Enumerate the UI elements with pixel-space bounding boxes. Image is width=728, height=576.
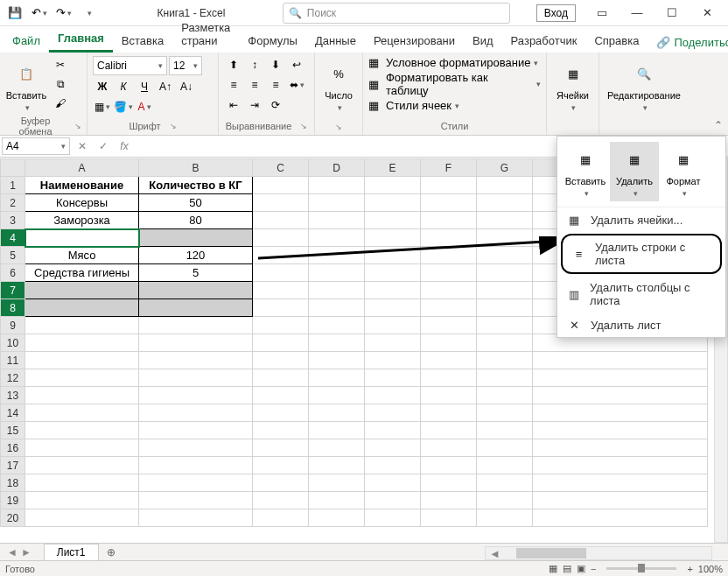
tab-review[interactable]: Рецензировани — [365, 29, 464, 53]
row-header[interactable]: 6 — [1, 264, 25, 282]
horizontal-scrollbar[interactable]: ◄ — [485, 546, 712, 560]
zoom-slider[interactable] — [606, 567, 676, 570]
name-box[interactable]: A4▾ — [2, 137, 70, 155]
row-header[interactable]: 9 — [1, 317, 25, 334]
tab-developer[interactable]: Разработчик — [502, 29, 586, 53]
cell[interactable]: 80 — [139, 212, 253, 229]
col-header-e[interactable]: E — [365, 159, 421, 177]
col-header-g[interactable]: G — [477, 159, 533, 177]
tab-help[interactable]: Справка — [585, 29, 648, 53]
maximize-icon[interactable]: ☐ — [654, 1, 690, 25]
view-pagebreak-icon[interactable]: ▣ — [577, 563, 585, 574]
wrap-text-icon[interactable]: ↩ — [287, 56, 306, 74]
font-dialog-icon[interactable]: ↘ — [170, 122, 177, 130]
login-button[interactable]: Вход — [536, 4, 576, 22]
insert-cells-button[interactable]: ▦ Вставить▾ — [561, 142, 610, 201]
row-header[interactable]: 11 — [1, 352, 25, 369]
zoom-out-icon[interactable]: − — [591, 564, 596, 574]
minimize-icon[interactable]: — — [620, 1, 654, 25]
cell[interactable]: Количество в КГ — [139, 177, 253, 194]
bold-button[interactable]: Ж — [93, 78, 112, 95]
clipboard-dialog-icon[interactable]: ↘ — [74, 122, 81, 130]
row-header[interactable]: 15 — [1, 422, 25, 439]
paste-button[interactable]: 📋 Вставить ▾ — [5, 56, 47, 116]
font-grow-icon[interactable]: A↑ — [156, 78, 175, 95]
merge-icon[interactable]: ⬌▾ — [287, 76, 306, 94]
font-name-combo[interactable]: Calibri▾ — [93, 56, 167, 75]
col-header-b[interactable]: B — [139, 159, 253, 177]
search-box[interactable]: 🔍 Поиск — [283, 3, 510, 24]
ribbon-options-icon[interactable]: ▭ — [584, 1, 620, 25]
cell[interactable] — [25, 299, 139, 317]
row-header[interactable]: 12 — [1, 369, 25, 387]
editing-group-button[interactable]: 🔍 Редактирование ▾ — [605, 56, 683, 116]
row-header[interactable]: 16 — [1, 439, 25, 457]
redo-icon[interactable]: ↷▾ — [52, 3, 75, 24]
cell[interactable]: 50 — [139, 194, 253, 212]
row-header[interactable]: 5 — [1, 247, 25, 264]
align-right-icon[interactable]: ≡ — [266, 76, 285, 94]
format-painter-icon[interactable]: 🖌 — [51, 95, 70, 112]
align-center-icon[interactable]: ≡ — [245, 76, 264, 94]
cells-group-button[interactable]: ▦ Ячейки ▾ — [552, 56, 593, 116]
fill-color-icon[interactable]: 🪣▾ — [114, 98, 133, 116]
enter-formula-icon[interactable]: ✓ — [93, 137, 114, 155]
sheet-tab[interactable]: Лист1 — [44, 544, 99, 560]
align-bottom-icon[interactable]: ⬇ — [266, 56, 285, 74]
orientation-icon[interactable]: ⟳ — [266, 96, 285, 114]
save-icon[interactable]: 💾 — [4, 3, 26, 24]
collapse-ribbon-icon[interactable]: ⌃ — [714, 119, 723, 131]
format-cells-button[interactable]: ▦ Формат▾ — [659, 142, 708, 201]
cut-icon[interactable]: ✂ — [51, 56, 70, 74]
row-header[interactable]: 1 — [1, 177, 25, 194]
cell[interactable]: 5 — [139, 264, 253, 282]
tab-insert[interactable]: Вставка — [113, 29, 172, 53]
tab-view[interactable]: Вид — [464, 29, 502, 53]
cancel-formula-icon[interactable]: ✕ — [72, 137, 93, 155]
menu-delete-cells[interactable]: ▦ Удалить ячейки... — [557, 207, 725, 232]
row-header-selected[interactable]: 4 — [1, 229, 25, 247]
font-shrink-icon[interactable]: A↓ — [177, 78, 196, 95]
row-header[interactable]: 19 — [1, 492, 25, 509]
undo-icon[interactable]: ↶▾ — [28, 3, 51, 24]
row-header[interactable]: 20 — [1, 509, 25, 527]
view-layout-icon[interactable]: ▤ — [563, 563, 571, 574]
row-header[interactable]: 18 — [1, 474, 25, 492]
tab-home[interactable]: Главная — [49, 26, 113, 53]
cell[interactable] — [25, 282, 139, 299]
font-size-combo[interactable]: 12▾ — [169, 56, 202, 75]
sheet-next-icon[interactable]: ► — [21, 546, 32, 558]
new-sheet-icon[interactable]: ⊕ — [102, 546, 120, 558]
alignment-dialog-icon[interactable]: ↘ — [300, 122, 307, 130]
cell[interactable]: Средства гигиены — [25, 264, 139, 282]
menu-delete-columns[interactable]: ▥ Удалить столбцы с листа — [557, 276, 725, 313]
align-top-icon[interactable]: ⬆ — [224, 56, 243, 74]
active-cell[interactable] — [25, 229, 139, 247]
row-header[interactable]: 10 — [1, 334, 25, 352]
col-header-c[interactable]: C — [253, 159, 309, 177]
number-format-button[interactable]: % Число ▾ — [320, 56, 357, 116]
align-middle-icon[interactable]: ↕ — [245, 56, 264, 74]
font-color-icon[interactable]: A▾ — [135, 98, 154, 116]
sheet-prev-icon[interactable]: ◄ — [7, 546, 18, 558]
tab-data[interactable]: Данные — [306, 29, 365, 53]
cell[interactable] — [139, 282, 253, 299]
cell[interactable] — [139, 299, 253, 317]
italic-button[interactable]: К — [114, 78, 133, 95]
row-header[interactable]: 2 — [1, 194, 25, 212]
select-all-corner[interactable] — [1, 159, 25, 177]
tab-layout[interactable]: Разметка страни — [172, 16, 239, 53]
conditional-formatting-button[interactable]: ▦Условное форматирование▾ — [368, 56, 538, 69]
cell-styles-button[interactable]: ▦Стили ячеек▾ — [368, 99, 459, 112]
row-header[interactable]: 13 — [1, 387, 25, 404]
cell[interactable]: Заморозка — [25, 212, 139, 229]
copy-icon[interactable]: ⧉ — [51, 75, 70, 93]
close-icon[interactable]: ✕ — [690, 1, 724, 25]
tab-file[interactable]: Файл — [4, 29, 49, 53]
underline-button[interactable]: Ч — [135, 78, 154, 95]
col-header-f[interactable]: F — [421, 159, 477, 177]
menu-delete-sheet[interactable]: ✕ Удалить лист — [557, 313, 725, 337]
fx-icon[interactable]: fx — [114, 137, 135, 155]
row-header[interactable]: 3 — [1, 212, 25, 229]
delete-cells-button[interactable]: ▦ Удалить▾ — [610, 142, 659, 201]
